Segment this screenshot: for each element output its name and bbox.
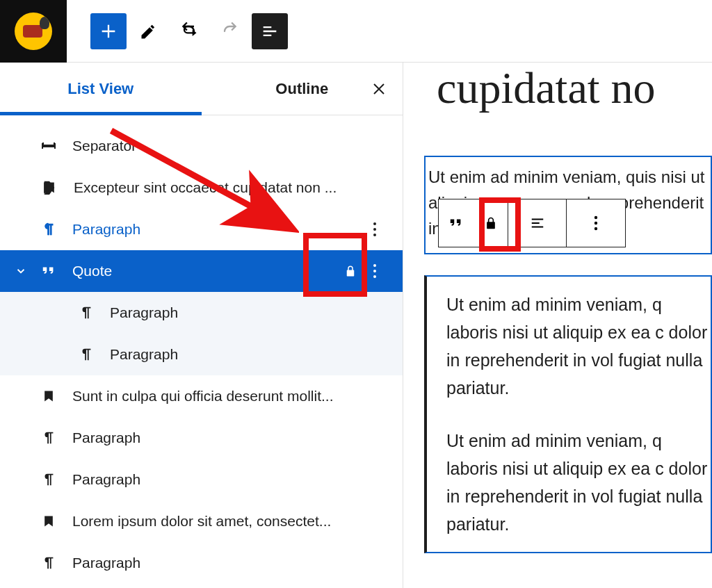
list-item-paragraph[interactable]: Paragraph (0, 417, 403, 459)
paragraph-icon (38, 555, 60, 571)
quote-icon (38, 263, 60, 279)
svg-point-1 (373, 228, 376, 231)
list-view-panel: List View Outline Separator Excepteur si… (0, 63, 403, 588)
list-item-heading[interactable]: Lorem ipsum dolor sit amet, consectet... (0, 500, 403, 542)
block-options-button[interactable] (567, 199, 625, 247)
align-left-icon (528, 215, 547, 231)
paragraph-icon (75, 304, 97, 321)
lock-icon (484, 215, 498, 231)
options-button[interactable] (365, 263, 385, 279)
bookmark-icon (38, 389, 60, 404)
svg-point-4 (373, 270, 376, 272)
list-item-label: Paragraph (72, 471, 385, 488)
close-icon (371, 81, 387, 97)
document-overview-button[interactable] (252, 13, 288, 49)
list-item-label: Paragraph (110, 346, 385, 363)
block-list: Separator Excepteur sint occaecat cupida… (0, 115, 403, 584)
list-item-label: Lorem ipsum dolor sit amet, consectet... (72, 513, 385, 530)
top-toolbar (0, 0, 712, 63)
list-item-heading[interactable]: Excepteur sint occaecat cupidatat non ..… (0, 167, 403, 209)
list-item-separator[interactable]: Separator (0, 125, 403, 167)
plus-icon (99, 22, 118, 41)
lock-icon (336, 264, 365, 278)
list-item-label: Paragraph (72, 430, 385, 446)
list-item-paragraph-child[interactable]: Paragraph (0, 292, 403, 334)
svg-point-2 (373, 234, 376, 236)
pencil-icon (139, 22, 159, 41)
quote-icon (447, 215, 465, 231)
editor-canvas[interactable]: cupidatat no Ut enim ad minim veniam, qu… (403, 63, 712, 588)
list-item-heading[interactable]: Sunt in culpa qui officia deserunt molli… (0, 375, 403, 417)
svg-point-8 (594, 227, 597, 230)
list-item-label: Sunt in culpa qui officia deserunt molli… (72, 388, 385, 405)
separator-icon (38, 138, 60, 154)
bookmark-icon (38, 514, 60, 529)
more-vertical-icon (594, 215, 598, 231)
list-item-paragraph[interactable]: Paragraph (0, 459, 403, 500)
list-item-paragraph[interactable]: Paragraph (0, 209, 403, 250)
panel-tabs: List View Outline (0, 63, 403, 115)
quote-paragraph[interactable]: Ut enim ad minim veniam, q laboris nisi … (446, 427, 711, 538)
list-item-paragraph-child[interactable]: Paragraph (0, 334, 403, 375)
block-type-button[interactable] (439, 199, 474, 247)
list-item-paragraph[interactable]: Paragraph (0, 542, 403, 584)
editor-toolbar (67, 13, 288, 49)
align-button[interactable] (508, 199, 567, 247)
svg-point-3 (373, 264, 376, 267)
paragraph-icon (38, 430, 60, 446)
undo-icon (179, 22, 199, 41)
list-item-label: Separator (72, 138, 385, 154)
bookmark-icon (39, 180, 61, 195)
add-block-button[interactable] (90, 13, 127, 49)
close-panel-button[interactable] (368, 78, 390, 100)
tools-button[interactable] (131, 13, 167, 49)
paragraph-icon (75, 346, 97, 363)
list-item-label: Quote (72, 263, 336, 279)
lock-button[interactable] (474, 199, 508, 247)
list-item-label: Paragraph (72, 555, 385, 571)
tab-list-view[interactable]: List View (0, 63, 202, 115)
undo-button[interactable] (171, 13, 207, 49)
paragraph-icon (38, 221, 60, 238)
svg-point-5 (373, 275, 376, 278)
svg-point-7 (594, 222, 597, 224)
site-logo[interactable] (0, 0, 67, 63)
block-toolbar (438, 199, 626, 247)
list-item-quote[interactable]: Quote (0, 250, 403, 292)
quote-block[interactable]: Ut enim ad minim veniam, q laboris nisi … (424, 275, 712, 553)
redo-icon (220, 22, 239, 41)
paragraph-icon (38, 471, 60, 488)
site-logo-icon (15, 13, 52, 50)
redo-button[interactable] (211, 13, 248, 49)
list-item-label: Paragraph (72, 221, 365, 238)
heading-block[interactable]: cupidatat no (403, 63, 712, 121)
list-item-label: Paragraph (110, 304, 385, 321)
chevron-down-icon[interactable] (13, 265, 29, 277)
svg-point-0 (373, 222, 376, 225)
list-item-label: Excepteur sint occaecat cupidatat non ..… (74, 179, 385, 196)
options-button[interactable] (365, 222, 385, 237)
quote-paragraph[interactable]: Ut enim ad minim veniam, q laboris nisi … (446, 291, 711, 402)
list-icon (260, 22, 280, 41)
svg-point-6 (594, 216, 597, 219)
